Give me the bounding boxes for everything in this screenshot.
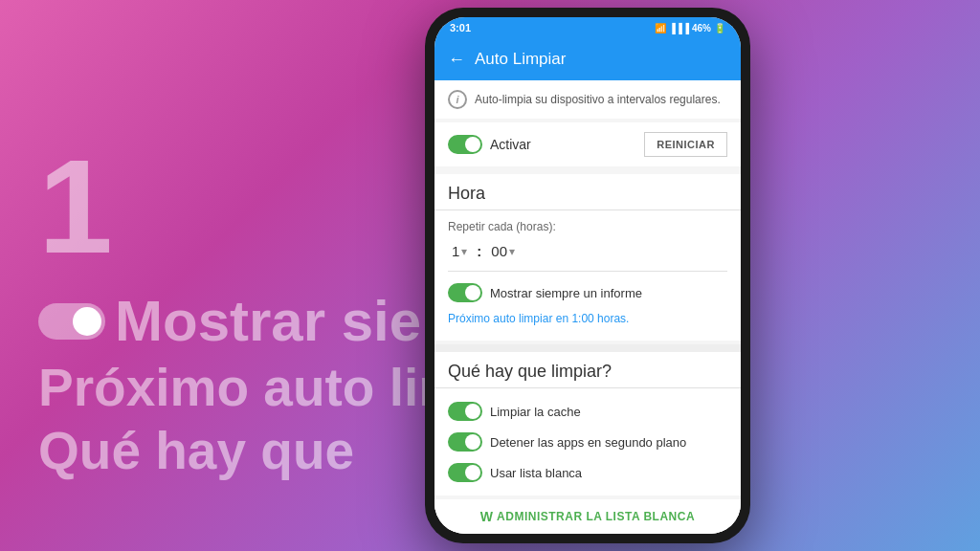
back-button[interactable]: ←: [448, 50, 465, 70]
list-item: Usar lista blanca: [448, 457, 727, 488]
show-report-toggle[interactable]: [448, 283, 482, 302]
apps-toggle[interactable]: [448, 432, 482, 452]
activate-row: Activar REINICIAR: [434, 122, 741, 166]
reiniciar-button[interactable]: REINICIAR: [644, 132, 727, 157]
status-time: 3:01: [450, 22, 471, 33]
hora-section-content: Repetir cada (horas): 1 ▾ : 00 ▾: [434, 210, 741, 341]
section-divider: [434, 344, 741, 352]
bg-line2-text: Mostrar siem: [115, 287, 472, 356]
show-report-label: Mostrar siempre un informe: [490, 286, 642, 300]
signal-icon: ▐▐▐: [669, 23, 689, 33]
hora-section-title: Hora: [434, 174, 741, 210]
show-report-row: Mostrar siempre un informe: [448, 277, 727, 308]
status-bar: 3:01 📶 ▐▐▐ 46% 🔋: [434, 17, 741, 38]
repeat-label: Repetir cada (horas):: [448, 220, 727, 233]
time-colon: :: [477, 243, 481, 259]
hora-section: Hora Repetir cada (horas): 1 ▾ : 00 ▾: [434, 174, 741, 341]
info-text: Auto-limpia su dispositivo a intervalos …: [475, 93, 721, 106]
app-bar: ← Auto Limpiar: [434, 38, 741, 80]
activate-toggle[interactable]: [448, 135, 482, 154]
hours-value: 1: [452, 243, 459, 259]
activate-label: Activar: [490, 137, 531, 152]
minutes-dropdown-icon: ▾: [509, 245, 515, 258]
content-area[interactable]: i Auto-limpia su dispositivo a intervalo…: [434, 80, 741, 534]
minutes-value: 00: [491, 243, 507, 259]
app-bar-title: Auto Limpiar: [475, 50, 566, 69]
list-item: Detener las apps en segundo plano: [448, 427, 727, 457]
cache-label: Limpiar la cache: [490, 405, 581, 419]
status-icons: 📶 ▐▐▐ 46% 🔋: [655, 23, 725, 33]
hours-dropdown-icon: ▾: [461, 245, 467, 258]
wifi-icon: 📶: [655, 23, 666, 33]
separator-1: [448, 271, 727, 272]
clean-section: Qué hay que limpiar? Limpiar la cache De…: [434, 352, 741, 496]
phone-frame: 3:01 📶 ▐▐▐ 46% 🔋 ← Auto Limpiar i Auto-l…: [425, 8, 750, 543]
admin-w-icon: W: [480, 509, 493, 524]
whitelist-label: Usar lista blanca: [490, 466, 582, 480]
bg-toggle-icon: [38, 303, 105, 340]
admin-link-row[interactable]: W ADMINISTRAR LA LISTA BLANCA: [434, 499, 741, 534]
info-banner: i Auto-limpia su dispositivo a intervalo…: [434, 80, 741, 119]
whitelist-toggle[interactable]: [448, 463, 482, 482]
minutes-select[interactable]: 00 ▾: [487, 241, 519, 261]
next-auto-text: Próximo auto limpiar en 1:00 horas.: [448, 308, 727, 331]
cache-toggle[interactable]: [448, 402, 482, 421]
clean-item-list: Limpiar la cache Detener las apps en seg…: [434, 388, 741, 496]
clean-section-title: Qué hay que limpiar?: [434, 352, 741, 388]
list-item: Limpiar la cache: [448, 396, 727, 427]
hours-select[interactable]: 1 ▾: [448, 241, 471, 261]
time-picker: 1 ▾ : 00 ▾: [448, 241, 727, 261]
phone-screen: 3:01 📶 ▐▐▐ 46% 🔋 ← Auto Limpiar i Auto-l…: [434, 17, 741, 534]
battery-icon: 🔋: [714, 23, 725, 33]
admin-link-text[interactable]: ADMINISTRAR LA LISTA BLANCA: [497, 510, 695, 523]
info-icon: i: [448, 90, 467, 109]
battery-label: 46%: [692, 23, 711, 33]
activate-left: Activar: [448, 135, 531, 154]
apps-label: Detener las apps en segundo plano: [490, 435, 686, 450]
